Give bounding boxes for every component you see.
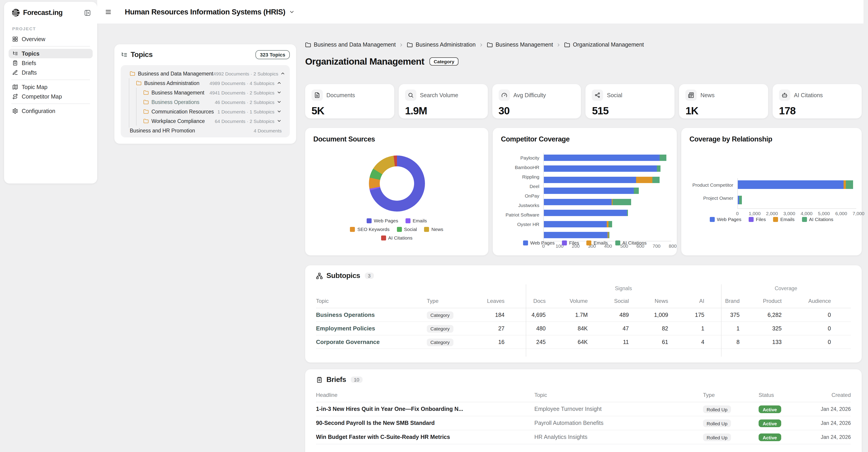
topics-count-badge[interactable]: 323 Topics <box>255 50 290 59</box>
table-cell: 0 <box>782 339 831 345</box>
app-logo[interactable]: Forecast.ing <box>11 8 63 17</box>
topics-panel-title: Topics <box>131 51 153 59</box>
tree-row[interactable]: Business Operations46 Documents · 2 Subt… <box>124 97 286 107</box>
subtopic-row[interactable]: Employment PoliciesCategory2748084K47821… <box>316 322 851 335</box>
legend-item[interactable]: Social <box>397 226 417 232</box>
type-cell: Category <box>427 324 476 333</box>
menu-icon[interactable] <box>105 8 112 15</box>
sidebar-item-overview[interactable]: Overview <box>8 34 93 44</box>
table-cell: 0 <box>782 312 831 318</box>
breadcrumb-label: Business Administration <box>416 41 475 48</box>
stat-icon-box <box>779 90 790 101</box>
tree-row[interactable]: Business Administration4989 Documents · … <box>124 78 286 88</box>
chart-legend-row: SEO KeywordsSocialNews <box>313 226 480 232</box>
legend-item[interactable]: AI Citations <box>802 217 833 222</box>
sidebar-item-competitor-map[interactable]: Competitor Map <box>8 92 93 101</box>
chart-title: Coverage by Relationship <box>689 135 854 143</box>
breadcrumb-item[interactable]: Business Management <box>487 41 553 48</box>
column-header: Topic <box>316 294 427 308</box>
stat-value: 30 <box>498 105 575 117</box>
tree-row[interactable]: Communication Resources1 Documents · 1 S… <box>124 107 286 116</box>
subtopic-name[interactable]: Corporate Governance <box>316 338 427 345</box>
chevron-down-icon[interactable] <box>277 109 282 114</box>
table-cell: 375 <box>704 312 740 318</box>
axis-category-label: Paylocity <box>501 153 544 162</box>
legend-item[interactable]: AI Citations <box>381 235 412 240</box>
stat-value: 515 <box>592 105 669 117</box>
gear-icon <box>12 108 18 114</box>
legend-swatch <box>562 240 567 245</box>
brief-headline[interactable]: Win Budget Faster with C-Suite-Ready HR … <box>316 434 534 440</box>
chevron-down-icon[interactable] <box>277 99 282 104</box>
breadcrumb-item[interactable]: Business and Data Management <box>305 41 396 48</box>
legend-item[interactable]: Files <box>562 240 579 246</box>
stat-card-header: Search Volume <box>405 90 482 101</box>
chevron-up-icon[interactable] <box>277 80 282 86</box>
bar-segment <box>843 180 846 189</box>
subtopic-row[interactable]: Corporate GovernanceCategory1624564K1161… <box>316 335 851 349</box>
chevron-down-icon[interactable] <box>277 119 282 123</box>
chart-legend-row: Web PagesEmails <box>313 218 480 223</box>
legend-item[interactable]: SEO Keywords <box>350 226 390 232</box>
legend-item[interactable]: Web Pages <box>710 217 741 222</box>
sidebar-item-configuration[interactable]: Configuration <box>8 106 93 116</box>
briefs-header: Briefs 10 <box>316 376 851 384</box>
tree-item-label: Business and HR Promotion <box>130 128 195 133</box>
brief-row[interactable]: Win Budget Faster with C-Suite-Ready HR … <box>316 430 851 444</box>
tree-row[interactable]: Business Management4941 Documents · 2 Su… <box>124 88 286 97</box>
subtopic-name[interactable]: Business Operations <box>316 312 427 318</box>
breadcrumb: Business and Data ManagementBusiness Adm… <box>305 41 644 48</box>
folder-icon <box>564 42 570 48</box>
sidebar-item-drafts[interactable]: Drafts <box>8 68 93 77</box>
stacked-bar <box>738 196 854 204</box>
pen-icon <box>12 70 18 75</box>
tree-item-label: Business Administration <box>144 80 199 86</box>
column-header: Audience <box>782 294 831 308</box>
sidebar-item-topic-map[interactable]: Topic Map <box>8 82 93 92</box>
app-root: Forecast.ing PROJECT OverviewTopicsBrief… <box>0 0 868 452</box>
sidebar-item-label: Briefs <box>22 60 36 66</box>
bar-segment <box>609 232 610 238</box>
brief-row[interactable]: 1-in-3 New Hires Quit in Year One—Fix On… <box>316 402 851 416</box>
panel-collapse-icon[interactable] <box>84 9 91 16</box>
x-axis-tick-label: 2,000 <box>766 211 778 216</box>
bar-row <box>544 210 669 219</box>
legend-item[interactable]: Files <box>749 217 766 222</box>
legend-item[interactable]: News <box>424 226 443 232</box>
subtopic-row[interactable]: Business OperationsCategory1844,6951.7M4… <box>316 308 851 322</box>
chevron-down-icon[interactable] <box>277 90 282 95</box>
legend-item[interactable]: AI Citations <box>615 240 647 246</box>
bar-segment <box>627 210 628 216</box>
legend-label: AI Citations <box>388 235 412 240</box>
legend-swatch <box>381 235 386 240</box>
table-cell: 47 <box>588 325 629 331</box>
breadcrumb-item[interactable]: Business Administration <box>407 41 475 48</box>
chevron-up-icon[interactable] <box>281 71 285 76</box>
legend-label: Web Pages <box>717 217 741 222</box>
legend-item[interactable]: Emails <box>405 218 427 223</box>
breadcrumb-item[interactable]: Organizational Management <box>564 41 644 48</box>
legend-item[interactable]: Web Pages <box>366 218 398 223</box>
brief-headline[interactable]: 1-in-3 New Hires Quit in Year One—Fix On… <box>316 406 534 412</box>
legend-item[interactable]: Emails <box>773 217 795 222</box>
legend-item[interactable]: Emails <box>586 240 608 246</box>
tree-row[interactable]: Business and Data Management4992 Documen… <box>124 69 286 78</box>
legend-item[interactable]: Web Pages <box>523 240 555 246</box>
brief-row[interactable]: 90-Second Payroll Is the New SMB Standar… <box>316 416 851 430</box>
network-icon <box>316 272 323 279</box>
brief-headline[interactable]: 90-Second Payroll Is the New SMB Standar… <box>316 420 534 426</box>
stats-row: Documents5KSearch Volume1.9MAvg Difficul… <box>305 84 862 119</box>
sidebar-item-topics[interactable]: Topics <box>8 49 93 58</box>
tree-item-label: Communication Resources <box>151 109 214 114</box>
tree-row[interactable]: Business and HR Promotion4 Documents <box>124 126 286 135</box>
sidebar-item-label: Topics <box>22 51 39 57</box>
sidebar-item-briefs[interactable]: Briefs <box>8 58 93 68</box>
project-switcher[interactable]: Human Resources Information Systems (HRI… <box>125 7 295 16</box>
table-cell: 82 <box>629 325 668 331</box>
tree-row[interactable]: Workplace Compliance64 Documents · 2 Sub… <box>124 116 286 126</box>
topics-tree: Business and Data Management4992 Documen… <box>121 65 290 137</box>
breadcrumb-label: Business and Data Management <box>314 41 396 48</box>
subtopic-name[interactable]: Employment Policies <box>316 325 427 332</box>
breadcrumb-label: Business Management <box>495 41 553 48</box>
status-badge: Active <box>758 434 781 441</box>
